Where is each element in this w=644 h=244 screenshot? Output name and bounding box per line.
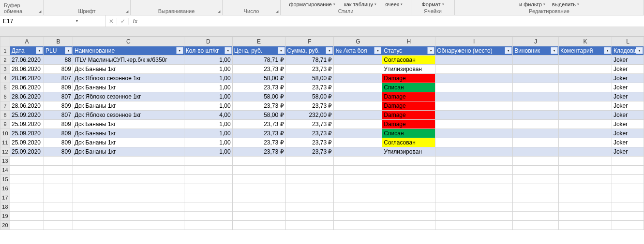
cell[interactable]: Joker bbox=[612, 147, 644, 157]
cell[interactable] bbox=[612, 184, 644, 193]
cell[interactable] bbox=[73, 166, 184, 175]
cell[interactable] bbox=[513, 147, 559, 157]
cell[interactable] bbox=[513, 166, 559, 175]
cell[interactable]: Дск Бананы 1кг bbox=[73, 120, 184, 129]
column-header[interactable]: D bbox=[184, 37, 232, 46]
cell[interactable]: 1,00 bbox=[184, 138, 232, 147]
cell[interactable] bbox=[232, 193, 285, 202]
cell[interactable]: 28.06.2020 bbox=[10, 74, 44, 83]
cell[interactable]: 1,00 bbox=[184, 83, 232, 92]
cell[interactable] bbox=[559, 56, 612, 65]
cell[interactable]: 58,00 ₽ bbox=[232, 74, 285, 83]
cell[interactable]: Joker bbox=[612, 129, 644, 138]
cell[interactable]: 23,73 ₽ bbox=[285, 101, 334, 111]
cell[interactable]: Утилизирован bbox=[382, 147, 435, 157]
cell[interactable] bbox=[559, 129, 612, 138]
cell[interactable]: 58,00 ₽ bbox=[285, 92, 334, 101]
cell[interactable] bbox=[184, 193, 232, 202]
cell[interactable]: 1,00 bbox=[184, 65, 232, 74]
filter-button[interactable]: ▼ bbox=[278, 47, 285, 54]
select-all-corner[interactable] bbox=[0, 37, 10, 46]
cell[interactable] bbox=[44, 193, 73, 202]
row-header[interactable]: 14 bbox=[0, 166, 10, 175]
cell[interactable]: 23,73 ₽ bbox=[232, 120, 285, 129]
column-header[interactable]: B bbox=[44, 37, 73, 46]
column-header[interactable]: E bbox=[232, 37, 285, 46]
ribbon-group-number[interactable]: Число ◢ bbox=[223, 0, 281, 15]
ribbon-group-clipboard[interactable]: Буфер обмена ◢ bbox=[0, 0, 44, 15]
cell[interactable]: 807 bbox=[44, 74, 73, 83]
cell[interactable] bbox=[44, 221, 73, 230]
filter-button[interactable]: ▼ bbox=[176, 47, 183, 54]
cell[interactable]: 23,73 ₽ bbox=[232, 129, 285, 138]
cell[interactable]: Joker bbox=[612, 92, 644, 101]
cell[interactable]: Joker bbox=[612, 65, 644, 74]
cell[interactable] bbox=[44, 202, 73, 212]
cell[interactable] bbox=[559, 193, 612, 202]
cell[interactable] bbox=[513, 157, 559, 166]
cell[interactable]: 23,73 ₽ bbox=[232, 101, 285, 111]
cell[interactable]: 23,73 ₽ bbox=[232, 83, 285, 92]
cell[interactable]: 25.09.2020 bbox=[10, 138, 44, 147]
dialog-launcher-icon[interactable]: ◢ bbox=[126, 10, 128, 14]
row-header[interactable]: 8 bbox=[0, 111, 10, 120]
cell[interactable] bbox=[334, 129, 382, 138]
cell[interactable] bbox=[435, 166, 513, 175]
cell[interactable]: Joker bbox=[612, 120, 644, 129]
cell[interactable] bbox=[73, 202, 184, 212]
cell[interactable] bbox=[612, 202, 644, 212]
ribbon-group-alignment[interactable]: Выравнивание ◢ bbox=[131, 0, 223, 15]
cell[interactable]: Damage bbox=[382, 120, 435, 129]
cell[interactable]: Дск Бананы 1кг bbox=[73, 101, 184, 111]
cell[interactable] bbox=[232, 212, 285, 221]
cell[interactable] bbox=[10, 157, 44, 166]
cell[interactable] bbox=[73, 157, 184, 166]
column-header[interactable]: H bbox=[382, 37, 435, 46]
cell[interactable] bbox=[73, 212, 184, 221]
cell[interactable] bbox=[513, 202, 559, 212]
cell[interactable]: Дск Яблоко сезонное 1кг bbox=[73, 111, 184, 120]
cell[interactable]: 1,00 bbox=[184, 129, 232, 138]
cell[interactable] bbox=[513, 120, 559, 129]
cell[interactable] bbox=[612, 166, 644, 175]
cell[interactable]: 28.06.2020 bbox=[10, 101, 44, 111]
cell[interactable] bbox=[559, 147, 612, 157]
cell[interactable]: Joker bbox=[612, 138, 644, 147]
column-header[interactable]: I bbox=[435, 37, 513, 46]
cell[interactable]: 23,73 ₽ bbox=[285, 147, 334, 157]
cell[interactable] bbox=[232, 157, 285, 166]
cell[interactable]: 807 bbox=[44, 92, 73, 101]
cell[interactable] bbox=[334, 193, 382, 202]
cell[interactable]: 1,00 bbox=[184, 147, 232, 157]
cell[interactable]: Согласован bbox=[382, 138, 435, 147]
cell[interactable] bbox=[612, 221, 644, 230]
cell[interactable]: Списан bbox=[382, 83, 435, 92]
cell[interactable] bbox=[559, 138, 612, 147]
cell[interactable]: 23,73 ₽ bbox=[285, 120, 334, 129]
row-header[interactable]: 10 bbox=[0, 129, 10, 138]
cell[interactable] bbox=[73, 175, 184, 184]
cell[interactable]: 23,73 ₽ bbox=[285, 129, 334, 138]
cell[interactable]: Дск Яблоко сезонное 1кг bbox=[73, 92, 184, 101]
filter-button[interactable]: ▼ bbox=[326, 47, 333, 54]
cell[interactable] bbox=[184, 221, 232, 230]
row-header[interactable]: 20 bbox=[0, 221, 10, 230]
cell[interactable] bbox=[334, 157, 382, 166]
cell[interactable] bbox=[559, 212, 612, 221]
cell[interactable]: 809 bbox=[44, 120, 73, 129]
row-header[interactable]: 9 bbox=[0, 120, 10, 129]
cell[interactable] bbox=[334, 221, 382, 230]
table-header-cell[interactable]: Виновник▼ bbox=[513, 46, 559, 56]
filter-button[interactable]: ▼ bbox=[604, 47, 611, 54]
cell[interactable] bbox=[184, 166, 232, 175]
cell[interactable] bbox=[435, 221, 513, 230]
row-header[interactable]: 5 bbox=[0, 83, 10, 92]
cell[interactable]: 25.09.2020 bbox=[10, 129, 44, 138]
cell[interactable] bbox=[513, 193, 559, 202]
cell[interactable]: Damage bbox=[382, 92, 435, 101]
table-header-cell[interactable]: № Акта боя▼ bbox=[334, 46, 382, 56]
cell[interactable]: Damage bbox=[382, 74, 435, 83]
cell[interactable] bbox=[10, 184, 44, 193]
row-header[interactable]: 15 bbox=[0, 175, 10, 184]
cell[interactable] bbox=[435, 184, 513, 193]
